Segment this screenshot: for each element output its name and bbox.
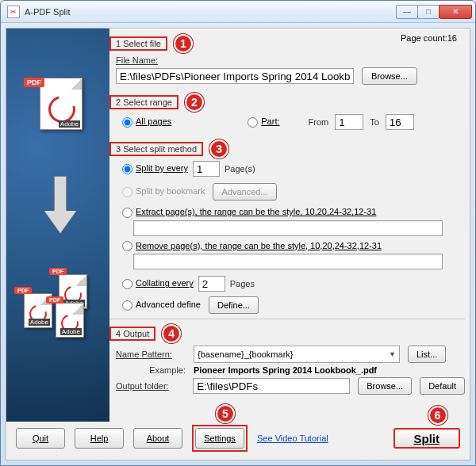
callout-1: 1	[174, 34, 193, 53]
filename-label: File Name:	[116, 55, 158, 65]
remove-range-input[interactable]	[133, 254, 443, 269]
radio-collating[interactable]: Collating every	[122, 278, 194, 289]
browse-folder-button[interactable]: Browse...	[358, 377, 412, 395]
settings-highlight: Settings	[192, 425, 248, 452]
heading-select-file: 1 Select file	[109, 36, 167, 51]
radio-split-bookmark: Split by bookmark	[122, 186, 205, 197]
pages-suffix: Page(s)	[225, 164, 255, 174]
radio-extract[interactable]: Extract page(s), the range can be the st…	[122, 207, 376, 218]
settings-button[interactable]: Settings	[195, 428, 244, 449]
minimize-button[interactable]: —	[396, 5, 418, 19]
browse-file-button[interactable]: Browse...	[362, 67, 417, 85]
radio-split-every[interactable]: Split by every	[122, 163, 188, 174]
pdf-result-icon: Adobe	[56, 303, 84, 338]
collating-suffix: Pages	[230, 279, 255, 288]
filename-input[interactable]	[116, 68, 354, 84]
callout-5: 5	[216, 404, 235, 423]
sidebar-illustration: Adobe PDF Adobe PDF Adobe PDF Adobe PDF	[6, 29, 109, 422]
to-input[interactable]	[386, 114, 414, 130]
extract-range-input[interactable]	[133, 220, 443, 236]
name-pattern-label: Name Pattern:	[116, 350, 186, 359]
pdf-badge: PDF	[24, 78, 44, 87]
split-button[interactable]: Split	[393, 428, 461, 449]
radio-remove[interactable]: Remove page(s), the range can be the sty…	[122, 241, 382, 252]
heading-output: 4 Output	[109, 327, 155, 341]
page-count: Page count:16	[401, 33, 457, 43]
callout-6: 6	[428, 406, 447, 425]
chevron-down-icon: ▼	[389, 350, 396, 358]
tutorial-link[interactable]: See Video Tutorial	[257, 434, 328, 443]
default-folder-button[interactable]: Default	[420, 377, 465, 395]
pdf-source-icon: Adobe	[40, 78, 83, 130]
advanced-button: Advanced...	[213, 183, 276, 201]
about-button[interactable]: About	[133, 428, 182, 449]
window-title: A-PDF Split	[25, 7, 397, 17]
close-button[interactable]: ✕	[439, 5, 472, 19]
radio-all-pages[interactable]: All pages	[122, 116, 171, 128]
output-folder-label: Output folder:	[116, 381, 185, 391]
radio-advanced-define[interactable]: Advanced define	[122, 300, 201, 311]
radio-part[interactable]: Part:	[248, 116, 279, 128]
quit-button[interactable]: Quit	[16, 428, 65, 449]
bottom-bar: Quit Help About Settings 5 See Video Tut…	[11, 422, 465, 455]
from-input[interactable]	[335, 114, 363, 130]
output-folder-input[interactable]	[193, 378, 350, 394]
define-button[interactable]: Define...	[209, 296, 259, 314]
adobe-tag: Adobe	[59, 120, 80, 128]
from-label: From	[309, 117, 329, 127]
callout-4: 4	[162, 324, 181, 343]
arrow-down-icon	[44, 176, 76, 239]
client-area: Adobe PDF Adobe PDF Adobe PDF Adobe PDF	[6, 28, 470, 460]
help-button[interactable]: Help	[75, 428, 124, 449]
callout-3: 3	[209, 139, 228, 159]
heading-select-range: 2 Select range	[109, 95, 178, 109]
list-button[interactable]: List...	[408, 346, 446, 363]
titlebar[interactable]: ✂ A-PDF Split — □ ✕	[1, 1, 475, 23]
split-every-input[interactable]	[193, 161, 220, 177]
main-panel: Page count:16 1 Select file 1 File Name:…	[109, 32, 465, 422]
callout-2: 2	[185, 93, 204, 112]
app-window: ✂ A-PDF Split — □ ✕ Adobe PDF Adobe PDF	[0, 0, 476, 466]
example-value: Pioneer Imports Spring 2014 Lookbook_.pd…	[194, 365, 377, 375]
name-pattern-dropdown[interactable]: {basename}_{bookmark} ▼	[194, 346, 400, 363]
to-label: To	[370, 117, 379, 127]
name-pattern-value: {basename}_{bookmark}	[198, 350, 293, 359]
collating-input[interactable]	[198, 276, 225, 292]
maximize-button[interactable]: □	[417, 5, 440, 19]
app-icon: ✂	[7, 6, 20, 18]
heading-split-method: 3 Select split method	[109, 142, 203, 156]
example-label: Example:	[116, 365, 186, 375]
